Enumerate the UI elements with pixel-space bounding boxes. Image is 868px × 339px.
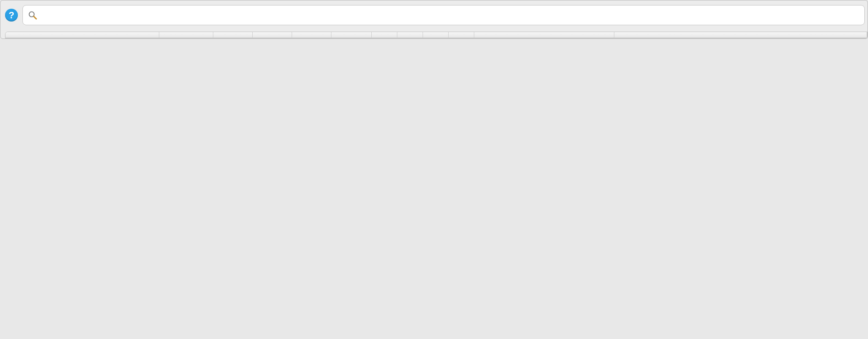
col-tid[interactable] (253, 32, 292, 38)
highlight-box (5, 38, 11, 38)
help-icon[interactable]: ? (5, 9, 18, 22)
col-ptid[interactable] (331, 32, 372, 38)
col-euid[interactable] (397, 32, 423, 38)
table-header (5, 32, 867, 38)
search-icon (27, 10, 38, 20)
col-created[interactable] (474, 32, 614, 38)
col-gid[interactable] (423, 32, 449, 38)
app-window: ? (0, 0, 868, 39)
col-uid[interactable] (372, 32, 397, 38)
col-ppid[interactable] (292, 32, 331, 38)
col-name[interactable] (5, 32, 159, 38)
svg-line-1 (34, 16, 37, 19)
search-input[interactable] (42, 9, 860, 22)
process-table-panel (5, 32, 868, 38)
col-alerts[interactable] (159, 32, 213, 38)
search-field[interactable] (22, 5, 865, 25)
col-egid[interactable] (449, 32, 474, 38)
col-cmdline[interactable] (614, 32, 867, 38)
toolbar: ? (5, 5, 865, 25)
col-pid[interactable] (213, 32, 253, 38)
